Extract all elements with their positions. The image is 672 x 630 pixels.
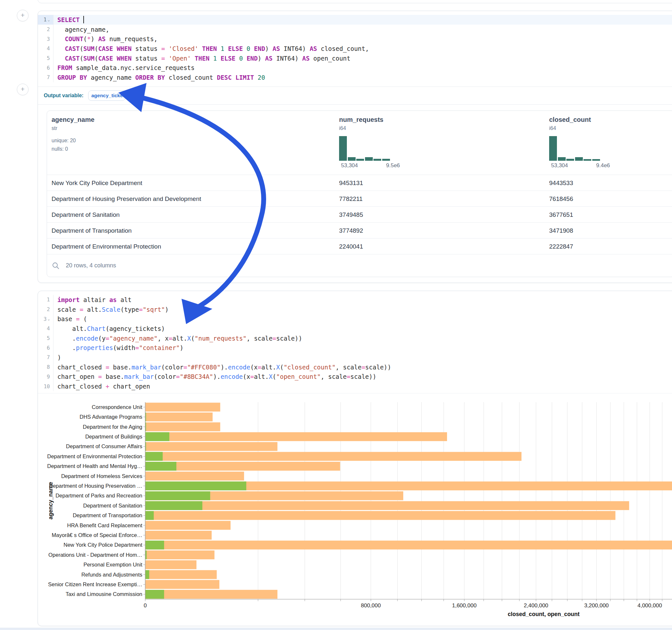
code-text[interactable]: COUNT(*) AS num_requests, bbox=[53, 34, 672, 44]
column-stat-unique: unique: 20 bbox=[51, 137, 330, 145]
table-footer: 20 rows, 4 columns bbox=[47, 254, 672, 277]
line-number: 6 bbox=[38, 343, 53, 353]
search-icon[interactable] bbox=[51, 262, 60, 270]
x-axis-title: closed_count, open_count bbox=[508, 611, 580, 617]
code-text[interactable]: agency_name, bbox=[53, 25, 672, 34]
add-cell-button[interactable]: + bbox=[17, 10, 28, 21]
table-row[interactable]: Department of Transportation377489234719… bbox=[47, 222, 672, 239]
y-axis-label: Department of Homeless Services bbox=[61, 473, 142, 479]
histogram-min-label: 53,304 bbox=[341, 162, 358, 169]
code-text[interactable]: chart_open = base.mark_bar(color="#8BC34… bbox=[53, 372, 672, 382]
y-axis-label: Refunds and Adjustments bbox=[81, 572, 142, 578]
code-text[interactable]: chart_closed = base.mark_bar(color="#FFC… bbox=[53, 362, 672, 372]
open-count-bar bbox=[146, 452, 163, 461]
closed-count-bar bbox=[146, 432, 447, 441]
table-cell-num-requests: 2240041 bbox=[339, 239, 475, 255]
code-line[interactable]: 3⌄base = ( bbox=[38, 314, 672, 324]
output-variable-row: Output variable: agency_tickets bbox=[38, 87, 672, 105]
table-row[interactable]: Department of Housing Preservation and D… bbox=[47, 191, 672, 207]
histogram-bar bbox=[592, 159, 600, 161]
line-number: 9 bbox=[38, 372, 53, 382]
code-line[interactable]: 2scale = alt.Scale(type="sqrt") bbox=[38, 305, 672, 314]
code-text[interactable]: base = ( bbox=[53, 314, 672, 324]
column-header-agency-name[interactable]: agency_name str unique: 20 nulls: 0 bbox=[51, 116, 330, 153]
histogram-bar bbox=[356, 159, 364, 161]
code-text[interactable]: GROUP BY agency_name ORDER BY closed_cou… bbox=[53, 73, 672, 82]
add-cell-button[interactable]: + bbox=[17, 83, 28, 95]
open-count-bar bbox=[146, 432, 170, 441]
code-line[interactable]: 3 COUNT(*) AS num_requests, bbox=[38, 34, 672, 44]
code-text[interactable]: chart_closed + chart_open bbox=[53, 382, 672, 391]
open-count-bar bbox=[146, 570, 149, 579]
code-text[interactable]: alt.Chart(agency_tickets) bbox=[53, 324, 672, 334]
code-line[interactable]: 5 CAST(SUM(CASE WHEN status = 'Open' THE… bbox=[38, 53, 672, 63]
line-number: 5 bbox=[38, 334, 53, 343]
code-text[interactable]: .properties(width="container") bbox=[53, 343, 672, 353]
code-text[interactable]: CAST(SUM(CASE WHEN status = 'Closed' THE… bbox=[53, 44, 672, 53]
code-line[interactable]: 9chart_open = base.mark_bar(color="#8BC3… bbox=[38, 372, 672, 382]
closed-count-bar bbox=[146, 570, 217, 579]
histogram-bar bbox=[339, 136, 347, 161]
code-line[interactable]: 2 agency_name, bbox=[38, 25, 672, 34]
column-type: i64 bbox=[549, 125, 672, 131]
table-row[interactable]: Department of Sanitation37494853677651 bbox=[47, 207, 672, 223]
code-line[interactable]: 1import altair as alt bbox=[38, 295, 672, 305]
code-text[interactable]: SELECT bbox=[53, 15, 672, 25]
open-count-bar bbox=[146, 551, 147, 559]
open-count-bar bbox=[146, 482, 246, 490]
histogram-min-label: 53,304 bbox=[551, 162, 568, 169]
line-number[interactable]: 3⌄ bbox=[38, 314, 53, 324]
code-line[interactable]: 5 .encode(y="agency_name", x=alt.X("num_… bbox=[38, 334, 672, 343]
collapse-chevron-icon[interactable]: ⌄ bbox=[48, 317, 50, 321]
code-line[interactable]: 6FROM sample_data.nyc.service_requests bbox=[38, 63, 672, 73]
output-variable-pill[interactable]: agency_tickets bbox=[88, 91, 125, 101]
code-text[interactable]: .encode(y="agency_name", x=alt.X("num_re… bbox=[53, 334, 672, 343]
y-axis-label: Department of Parks and Recreation bbox=[55, 492, 142, 499]
line-number[interactable]: 1⌄ bbox=[38, 15, 53, 25]
sql-code-editor[interactable]: 1⌄SELECT 2 agency_name,3 COUNT(*) AS num… bbox=[38, 11, 672, 82]
code-line[interactable]: 8chart_closed = base.mark_bar(color="#FF… bbox=[38, 362, 672, 372]
previous-cell-remnant bbox=[38, 0, 672, 3]
y-axis-title: agency_name bbox=[47, 482, 54, 519]
code-line[interactable]: 7) bbox=[38, 353, 672, 362]
table-cell-closed-count: 9443533 bbox=[549, 175, 672, 191]
altair-chart-output: 0800,0001,600,0002,400,0003,200,0004,000… bbox=[38, 394, 672, 625]
column-name: agency_name bbox=[51, 116, 330, 123]
y-axis-label: Personal Exemption Unit bbox=[83, 562, 142, 567]
histogram-max-label: 9.5e6 bbox=[386, 162, 400, 169]
code-line[interactable]: 6 .properties(width="container") bbox=[38, 343, 672, 353]
column-header-closed-count[interactable]: closed_count i64 53,304 9.4e6 bbox=[549, 116, 672, 131]
output-variable-label: Output variable: bbox=[44, 93, 83, 98]
code-line[interactable]: 4 CAST(SUM(CASE WHEN status = 'Closed' T… bbox=[38, 44, 672, 53]
histogram-bar bbox=[549, 136, 557, 161]
table-row[interactable]: New York City Police Department945313194… bbox=[47, 175, 672, 191]
open-count-bar bbox=[146, 413, 146, 421]
table-row[interactable]: Department of Environmental Protection22… bbox=[47, 238, 672, 255]
python-code-editor[interactable]: 1import altair as alt2scale = alt.Scale(… bbox=[38, 291, 672, 393]
table-cell-agency-name: Department of Housing Preservation and D… bbox=[51, 191, 334, 207]
closed-count-bar bbox=[146, 590, 278, 599]
line-number: 7 bbox=[38, 73, 53, 82]
closed-count-bar bbox=[146, 413, 213, 421]
code-text[interactable]: import altair as alt bbox=[53, 295, 672, 305]
x-axis-tick-label: 0 bbox=[144, 602, 146, 609]
y-axis-label: Correspondence Unit bbox=[92, 404, 142, 410]
open-count-bar bbox=[146, 511, 154, 520]
code-text[interactable]: CAST(SUM(CASE WHEN status = 'Open' THEN … bbox=[53, 53, 672, 63]
y-axis-label: Senior Citizen Rent Increase Exempti… bbox=[48, 581, 142, 587]
column-header-num-requests[interactable]: num_requests i64 53,304 9.5e6 bbox=[339, 116, 534, 131]
column-name: closed_count bbox=[549, 116, 672, 123]
y-axis-label: Department of Health and Mental Hyg… bbox=[47, 463, 142, 469]
code-line[interactable]: 7GROUP BY agency_name ORDER BY closed_co… bbox=[38, 73, 672, 82]
code-line[interactable]: 10chart_closed + chart_open bbox=[38, 382, 672, 391]
code-text[interactable]: FROM sample_data.nyc.service_requests bbox=[53, 63, 672, 73]
code-text[interactable]: scale = alt.Scale(type="sqrt") bbox=[53, 305, 672, 314]
code-line[interactable]: 1⌄SELECT bbox=[38, 15, 672, 25]
closed-count-bar bbox=[146, 422, 220, 431]
code-line[interactable]: 4 alt.Chart(agency_tickets) bbox=[38, 324, 672, 334]
closed-count-bar bbox=[146, 471, 244, 480]
line-number: 2 bbox=[38, 305, 53, 314]
collapse-chevron-icon[interactable]: ⌄ bbox=[48, 18, 50, 22]
code-text[interactable]: ) bbox=[53, 353, 672, 362]
histogram-bar bbox=[374, 159, 381, 161]
